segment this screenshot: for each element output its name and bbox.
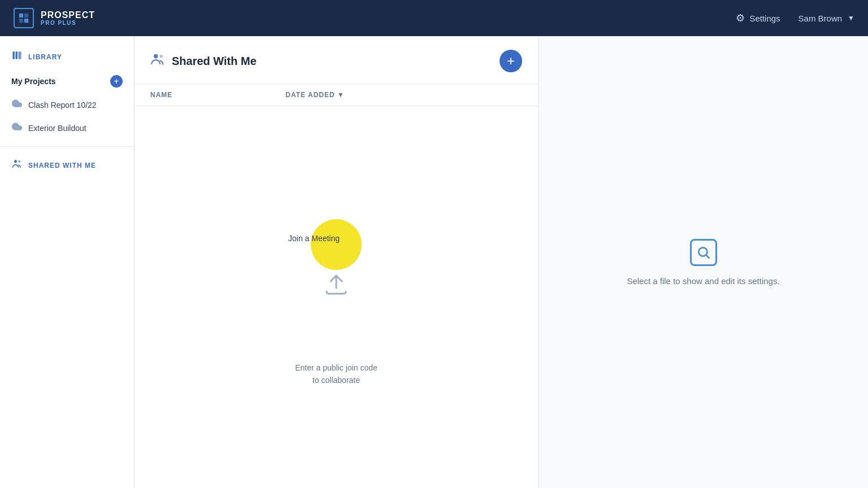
settings-label: Settings bbox=[749, 14, 780, 23]
empty-state: Join a Meeting Enter a public join code … bbox=[134, 106, 538, 488]
svg-point-10 bbox=[160, 55, 163, 58]
sort-arrow-icon: ▼ bbox=[337, 91, 345, 99]
user-name: Sam Brown bbox=[798, 14, 843, 23]
library-section-header: LIBRARY bbox=[0, 47, 134, 71]
shared-with-me-label: SHARED WITH ME bbox=[28, 162, 96, 169]
yellow-circle-decoration bbox=[311, 219, 362, 270]
add-project-button[interactable]: + bbox=[110, 75, 123, 88]
shared-with-me-nav[interactable]: SHARED WITH ME bbox=[0, 154, 134, 177]
my-projects-label: My Projects bbox=[11, 77, 56, 86]
cloud-icon-clash bbox=[11, 98, 23, 112]
my-projects-row: My Projects + bbox=[0, 71, 134, 93]
project-name-clash: Clash Report 10/22 bbox=[28, 101, 97, 110]
library-label: LIBRARY bbox=[28, 53, 62, 61]
people-icon bbox=[11, 158, 23, 172]
project-name-exterior: Exterior Buildout bbox=[28, 124, 86, 133]
empty-line2: to collaborate bbox=[295, 374, 377, 386]
upload-icon bbox=[322, 271, 350, 298]
project-item-exterior[interactable]: Exterior Buildout bbox=[0, 116, 134, 140]
brand-proplus: PRO PLUS bbox=[41, 20, 95, 26]
svg-rect-6 bbox=[19, 51, 21, 59]
col-name-header: NAME bbox=[150, 91, 172, 99]
table-header: NAME DATE ADDED ▼ bbox=[134, 84, 538, 106]
empty-line1: Enter a public join code bbox=[295, 361, 377, 374]
brand-prospect: PROSPECT bbox=[41, 10, 95, 20]
logo-icon bbox=[14, 8, 34, 28]
library-icon bbox=[11, 50, 23, 64]
add-file-button[interactable]: + bbox=[500, 50, 522, 72]
svg-point-8 bbox=[18, 160, 20, 163]
brand-text: PROSPECT PRO PLUS bbox=[41, 10, 95, 27]
content-area: Shared With Me + NAME DATE ADDED ▼ Join … bbox=[134, 36, 868, 488]
project-item-clash-report[interactable]: Clash Report 10/22 bbox=[0, 93, 134, 116]
gear-icon: ⚙ bbox=[736, 12, 745, 24]
join-meeting-label: Join a Meeting bbox=[288, 234, 340, 243]
sidebar: LIBRARY My Projects + Clash Report 10/22… bbox=[0, 36, 134, 488]
top-navigation: PROSPECT PRO PLUS ⚙ Settings Sam Brown ▼ bbox=[0, 0, 868, 36]
col-date-added-header[interactable]: DATE ADDED ▼ bbox=[285, 91, 344, 99]
main-layout: LIBRARY My Projects + Clash Report 10/22… bbox=[0, 36, 868, 488]
svg-point-7 bbox=[14, 160, 17, 163]
svg-point-9 bbox=[154, 54, 158, 59]
file-panel-header: Shared With Me + bbox=[134, 36, 538, 84]
svg-rect-0 bbox=[19, 14, 23, 18]
empty-text: Enter a public join code to collaborate bbox=[295, 361, 377, 387]
topnav-right: ⚙ Settings Sam Brown ▼ bbox=[736, 12, 854, 24]
right-panel-hint: Select a file to show and edit its setti… bbox=[627, 276, 779, 286]
svg-rect-1 bbox=[24, 14, 28, 18]
brand-area: PROSPECT PRO PLUS bbox=[14, 8, 95, 28]
svg-rect-2 bbox=[19, 19, 23, 23]
svg-rect-5 bbox=[16, 51, 18, 59]
cloud-icon-exterior bbox=[11, 121, 23, 135]
right-panel: Select a file to show and edit its setti… bbox=[539, 36, 868, 488]
settings-button[interactable]: ⚙ Settings bbox=[736, 12, 780, 24]
chevron-down-icon: ▼ bbox=[848, 14, 854, 22]
search-file-icon bbox=[690, 239, 717, 266]
user-menu-button[interactable]: Sam Brown ▼ bbox=[798, 14, 854, 23]
panel-people-icon bbox=[150, 52, 165, 70]
file-panel: Shared With Me + NAME DATE ADDED ▼ Join … bbox=[134, 36, 539, 488]
svg-rect-4 bbox=[13, 51, 15, 59]
sidebar-divider bbox=[0, 146, 134, 147]
panel-title: Shared With Me bbox=[172, 55, 257, 68]
panel-title-row: Shared With Me bbox=[150, 52, 257, 70]
svg-rect-3 bbox=[24, 19, 28, 23]
